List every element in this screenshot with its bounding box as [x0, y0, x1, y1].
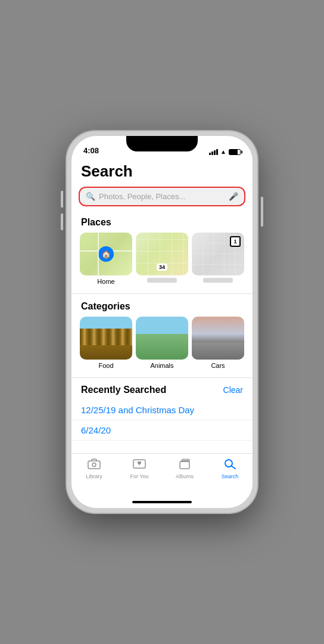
tab-search[interactable]: Search — [207, 459, 253, 479]
svg-rect-0 — [88, 461, 100, 469]
place-label-3-blurred — [203, 278, 233, 283]
place-card-2[interactable]: 34 — [136, 233, 188, 285]
category-card-cars[interactable]: Cars — [192, 317, 244, 369]
category-label-food: Food — [98, 362, 113, 369]
for-you-icon — [133, 459, 146, 472]
home-indicator — [71, 496, 253, 508]
search-magnifier-icon: 🔍 — [86, 192, 95, 201]
battery-icon — [229, 149, 241, 155]
microphone-icon[interactable]: 🎤 — [229, 192, 238, 201]
home-pin-icon: 🏠 — [98, 246, 114, 262]
divider-1 — [71, 293, 253, 294]
tab-for-you[interactable]: For You — [117, 459, 162, 479]
main-content: Search 🔍 Photos, People, Places... 🎤 Pla… — [71, 157, 253, 453]
albums-icon — [178, 459, 191, 472]
categories-row: Food Animals Cars — [71, 317, 253, 373]
volume-down-button — [61, 213, 63, 230]
place-map-3: 1 — [192, 233, 244, 275]
power-button — [261, 197, 263, 227]
svg-line-7 — [232, 466, 236, 469]
wifi-icon: ▲ — [220, 148, 226, 155]
category-card-food[interactable]: Food — [80, 317, 132, 369]
status-icons: ▲ — [209, 148, 241, 155]
signal-icon — [209, 149, 218, 155]
search-bar[interactable]: 🔍 Photos, People, Places... 🎤 — [79, 187, 245, 206]
place-map-home: 🏠 — [80, 233, 132, 275]
category-label-cars: Cars — [211, 362, 225, 369]
phone-frame: 4:08 ▲ Search 🔍 — [67, 131, 257, 513]
category-img-food — [80, 317, 132, 360]
clear-button[interactable]: Clear — [223, 385, 243, 395]
tab-bar: Library For You — [71, 453, 253, 496]
svg-point-1 — [92, 463, 96, 467]
place-card-home[interactable]: 🏠 Home — [80, 233, 132, 285]
page-title: Search — [71, 157, 253, 187]
notch — [126, 136, 198, 151]
tab-label-albums: Albums — [176, 473, 194, 479]
place-map-2: 34 — [136, 233, 188, 275]
bottom-spacer — [71, 441, 253, 453]
category-img-animals — [136, 317, 188, 360]
library-icon — [88, 459, 101, 472]
volume-up-button — [61, 191, 63, 208]
recent-item-2[interactable]: 6/24/20 — [71, 420, 253, 441]
svg-rect-5 — [182, 459, 189, 460]
search-placeholder-text[interactable]: Photos, People, Places... — [99, 192, 229, 201]
places-section-heading: Places — [71, 215, 253, 233]
tab-albums[interactable]: Albums — [162, 459, 207, 479]
tab-label-library: Library — [86, 473, 102, 479]
recent-item-1[interactable]: 12/25/19 and Christmas Day — [71, 400, 253, 420]
svg-rect-3 — [180, 462, 189, 469]
tab-label-search: Search — [222, 473, 239, 479]
recently-searched-header: Recently Searched Clear — [71, 382, 253, 400]
route-badge-2: 34 — [157, 264, 167, 271]
search-tab-icon — [223, 459, 236, 472]
category-card-animals[interactable]: Animals — [136, 317, 188, 369]
categories-section-heading: Categories — [71, 299, 253, 317]
place-card-3[interactable]: 1 — [192, 233, 244, 285]
tab-label-for-you: For You — [130, 473, 148, 479]
place-label-2-blurred — [147, 278, 177, 283]
divider-2 — [71, 377, 253, 378]
category-label-animals: Animals — [150, 362, 173, 369]
tab-library[interactable]: Library — [71, 459, 117, 479]
search-bar-wrapper: 🔍 Photos, People, Places... 🎤 — [71, 187, 253, 215]
phone-screen: 4:08 ▲ Search 🔍 — [71, 136, 253, 508]
places-row: 🏠 Home 34 1 — [71, 233, 253, 289]
category-img-cars — [192, 317, 244, 360]
recently-searched-title: Recently Searched — [81, 385, 166, 395]
road-badge-3: 1 — [230, 236, 241, 247]
place-label-home: Home — [97, 278, 114, 285]
status-time: 4:08 — [83, 146, 99, 155]
